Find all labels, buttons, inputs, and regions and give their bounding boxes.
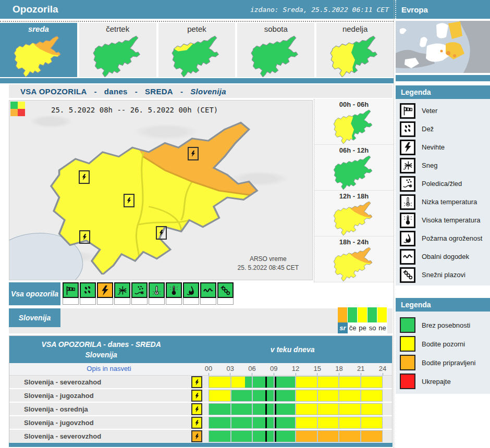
legend-item: Obalni dogodek xyxy=(400,247,490,266)
filter-ice[interactable] xyxy=(131,282,148,305)
right-column: Legenda Veter Dež Nevihte Sneg Poledica/… xyxy=(394,0,490,448)
warnings-table: VSA OPOZORILA - danes - SREDA Slovenija … xyxy=(9,335,393,443)
tab-sreda[interactable]: sreda xyxy=(0,23,77,77)
day-ce[interactable]: če xyxy=(348,307,358,333)
slovenia-map-nedelja xyxy=(323,35,387,77)
severity-item: Bodite pozorni xyxy=(400,334,490,353)
warning-period-text: 25. 5.2022 08h -- 26. 5.2022 00h (CET) xyxy=(51,106,218,114)
all-warnings-button[interactable]: Vsa opozorila xyxy=(9,282,60,305)
tab-petek[interactable]: petek xyxy=(158,23,236,77)
slovenia-map-sobota xyxy=(243,35,308,77)
legend-item: Nevihte xyxy=(400,138,490,156)
slovenia-map-12-18 xyxy=(327,201,381,235)
filter-snow[interactable] xyxy=(114,282,130,305)
ice-icon xyxy=(402,178,413,189)
table-row: Slovenija - severovzhod xyxy=(9,430,392,443)
time-map-12-18: 12h - 18h xyxy=(314,191,394,237)
day-sr[interactable]: sr xyxy=(338,307,348,333)
tab-nedelja[interactable]: nedelja xyxy=(316,23,394,77)
time-map-00-06: 00h - 06h xyxy=(314,99,394,145)
table-row: Slovenija - jugozahod xyxy=(9,389,392,403)
filter-rain[interactable] xyxy=(80,282,96,305)
rain-icon xyxy=(82,285,93,296)
page-title: Opozorila xyxy=(0,4,58,15)
table-row: Slovenija - severozahod xyxy=(9,376,392,389)
slovenia-map-06-12 xyxy=(327,155,381,190)
severity-timeline xyxy=(209,376,383,388)
low-temperature-icon xyxy=(151,285,162,296)
filter-avalanche[interactable] xyxy=(217,282,234,305)
filter-low-temp[interactable] xyxy=(149,282,165,305)
severity-legend: Brez posebnosti Bodite pozorni Bodite pr… xyxy=(396,312,490,394)
severity-orange xyxy=(10,109,18,116)
day-pe[interactable]: pe xyxy=(358,307,368,333)
lightning-icon xyxy=(191,417,202,429)
issued-timestamp: izdano: Sreda, 25.5.2022 06:11 CET xyxy=(250,6,395,14)
all-warnings-row: Vsa opozorila xyxy=(9,282,393,306)
warning-type-icons xyxy=(63,282,234,305)
slovenia-map-petek xyxy=(164,35,229,77)
rain-icon xyxy=(402,123,413,134)
wave-icon xyxy=(203,285,214,296)
severity-item: Bodite pripravljeni xyxy=(400,353,490,372)
severity-item: Brez posebnosti xyxy=(400,316,490,334)
lightning-icon xyxy=(100,285,111,296)
map-lightning-icon xyxy=(124,194,134,207)
slovenia-map-18-24 xyxy=(327,247,381,281)
high-temperature-icon xyxy=(402,215,413,226)
legend-header: Legenda xyxy=(396,85,490,99)
snow-icon xyxy=(117,285,128,296)
description-link[interactable]: Opis in nasveti xyxy=(9,365,209,372)
day-so[interactable]: so xyxy=(368,307,377,333)
filter-storm[interactable] xyxy=(97,282,113,305)
filter-high-temp[interactable] xyxy=(166,282,182,305)
slovenia-map-cetrtek xyxy=(85,35,150,77)
separator-bar xyxy=(396,75,490,81)
map-lightning-icon xyxy=(188,147,199,160)
day-severity-strip: sr če pe so ne xyxy=(338,307,387,333)
slovenia-regions-map xyxy=(24,120,295,275)
filter-fire[interactable] xyxy=(183,282,199,305)
lightning-icon xyxy=(191,376,202,388)
warnings-title: VSA OPOZORILA - danes - SREDA - Slovenij… xyxy=(9,84,393,98)
avalanche-icon xyxy=(402,269,413,280)
legend-item: Sneg xyxy=(400,156,490,175)
low-temperature-icon xyxy=(402,196,413,207)
severity-timeline xyxy=(209,430,383,442)
legend-item: Snežni plazovi xyxy=(400,266,490,284)
hour-scale: 000306091215182124 xyxy=(209,363,383,376)
filter-wind[interactable] xyxy=(63,282,79,305)
avalanche-icon xyxy=(220,285,231,296)
time-map-18-24: 18h - 24h xyxy=(314,237,394,282)
severity-item: Ukrepajte xyxy=(400,372,490,391)
severity-legend-header: Legenda xyxy=(396,298,490,312)
wave-icon xyxy=(402,251,413,262)
slovenia-button[interactable]: Slovenija xyxy=(9,308,60,327)
warning-type-legend: Veter Dež Nevihte Sneg Poledica/žled Niz… xyxy=(396,99,490,285)
filter-coastal[interactable] xyxy=(200,282,216,305)
slovenia-map-sreda xyxy=(6,35,71,77)
severity-mini-legend xyxy=(10,102,25,116)
table-row: Slovenija - osrednja xyxy=(9,403,392,416)
severity-timeline xyxy=(209,403,383,415)
slovenia-map-00-06 xyxy=(327,109,381,144)
lightning-icon xyxy=(402,142,413,153)
separator-bar xyxy=(0,78,394,83)
legend-item: Požarna ogroženost xyxy=(400,229,490,247)
lightning-icon xyxy=(191,430,202,442)
map-attribution: ARSO vreme 25. 5.2022 08:45 CET xyxy=(238,255,299,272)
severity-timeline xyxy=(209,417,383,429)
fire-icon xyxy=(186,285,197,296)
europe-overview-map[interactable] xyxy=(396,21,490,73)
windsock-icon xyxy=(402,105,413,116)
main-warning-map: 25. 5.2022 08h -- 26. 5.2022 00h (CET) A… xyxy=(9,100,313,280)
tab-sobota[interactable]: sobota xyxy=(237,23,314,77)
fire-icon xyxy=(402,233,413,244)
legend-item: Poledica/žled xyxy=(400,175,490,193)
high-temperature-icon xyxy=(168,285,179,296)
tab-cetrtek[interactable]: četrtek xyxy=(79,23,156,77)
slovenia-row: Slovenija sr če pe so ne xyxy=(9,308,393,333)
day-ne[interactable]: ne xyxy=(377,307,387,333)
table-header: VSA OPOZORILA - danes - SREDA Slovenija … xyxy=(9,336,392,363)
severity-yellow xyxy=(18,102,25,109)
